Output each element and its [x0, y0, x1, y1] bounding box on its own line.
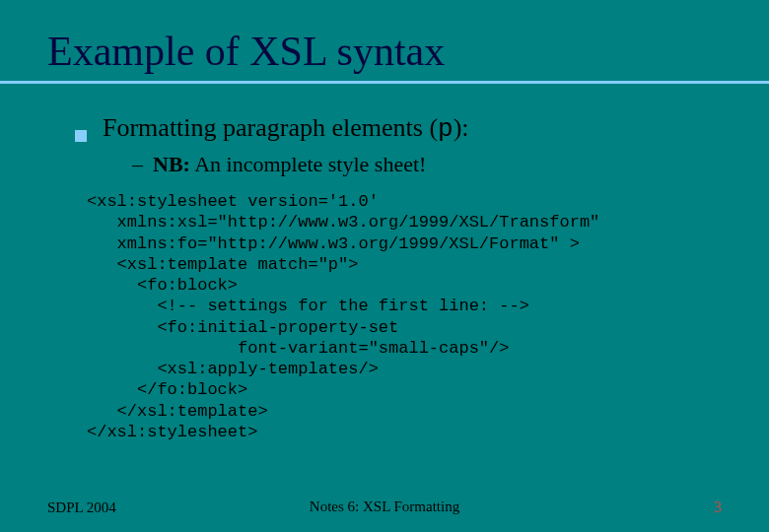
- sub-nb: NB:: [153, 152, 190, 176]
- slide-number: 3: [714, 499, 722, 516]
- square-bullet-icon: [75, 130, 87, 142]
- dash-bullet-icon: –: [132, 152, 143, 177]
- bullet-prefix: Formatting paragraph elements (: [103, 113, 438, 142]
- title-rule: [0, 81, 769, 84]
- sub-bullet-text: NB: An incomplete style sheet!: [153, 152, 426, 177]
- bullet-item: Formatting paragraph elements (p):: [75, 113, 722, 144]
- sub-rest: An incomplete style sheet!: [190, 152, 427, 176]
- footer-left: SDPL 2004: [47, 499, 116, 516]
- bullet-suffix: ):: [454, 113, 469, 142]
- slide-title: Example of XSL syntax: [47, 28, 722, 75]
- bullet-mono: p: [438, 114, 454, 144]
- code-block: <xsl:stylesheet version='1.0' xmlns:xsl=…: [87, 191, 722, 442]
- footer: SDPL 2004 Notes 6: XSL Formatting 3: [0, 499, 769, 516]
- bullet-text: Formatting paragraph elements (p):: [103, 113, 469, 144]
- footer-center: Notes 6: XSL Formatting: [310, 499, 459, 515]
- slide: Example of XSL syntax Formatting paragra…: [0, 0, 769, 532]
- sub-bullet-item: – NB: An incomplete style sheet!: [132, 152, 722, 177]
